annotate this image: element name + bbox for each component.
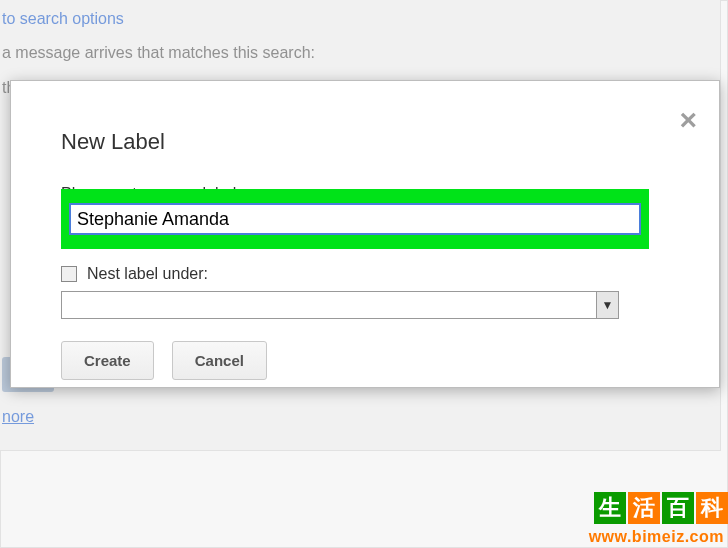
cancel-button[interactable]: Cancel <box>172 341 267 380</box>
parent-label-select[interactable]: ▼ <box>61 291 619 319</box>
close-icon[interactable]: × <box>679 105 697 135</box>
dialog-title: New Label <box>61 129 669 155</box>
input-highlight <box>61 189 649 249</box>
nest-label-text: Nest label under: <box>87 265 208 283</box>
nest-label-row: Nest label under: <box>61 265 669 283</box>
label-name-input[interactable] <box>69 203 641 235</box>
dialog-button-row: Create Cancel <box>61 341 669 380</box>
new-label-dialog: × New Label Please enter a new label nam… <box>10 80 720 388</box>
create-button[interactable]: Create <box>61 341 154 380</box>
chevron-down-icon[interactable]: ▼ <box>596 292 618 318</box>
nest-label-checkbox[interactable] <box>61 266 77 282</box>
